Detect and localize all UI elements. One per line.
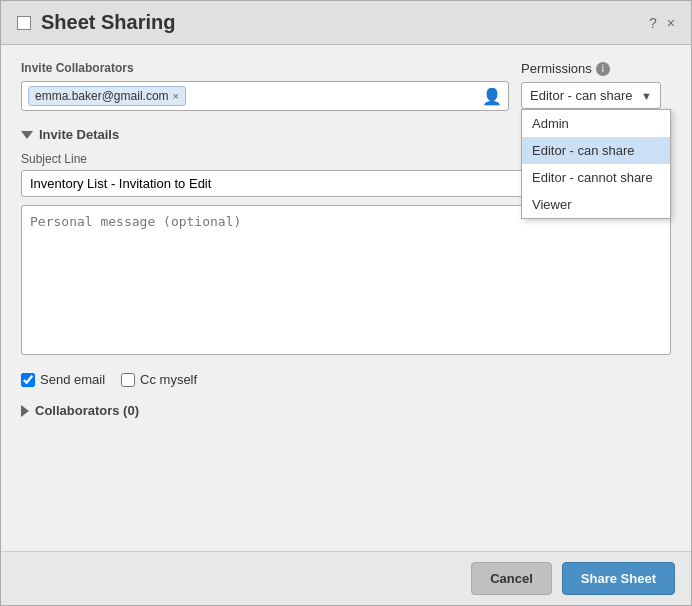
email-tag: emma.baker@gmail.com × [28,86,186,106]
close-icon[interactable]: × [667,15,675,31]
dropdown-item-admin[interactable]: Admin [522,110,670,137]
permissions-text: Permissions [521,61,592,76]
invite-collaborators-label: Invite Collaborators [21,61,509,75]
checkboxes-row: Send email Cc myself [21,372,671,387]
add-person-icon[interactable]: 👤 [482,87,502,106]
send-email-label: Send email [40,372,105,387]
collaborators-label: Collaborators (0) [35,403,139,418]
sheet-sharing-dialog: Sheet Sharing ? × Invite Collaborators e… [0,0,692,606]
invite-section: Invite Collaborators emma.baker@gmail.co… [21,61,509,111]
cancel-button[interactable]: Cancel [471,562,552,595]
collaborators-toggle-arrow [21,405,29,417]
title-bar: Sheet Sharing ? × [1,1,691,45]
dropdown-item-viewer[interactable]: Viewer [522,191,670,218]
dialog-title: Sheet Sharing [41,11,175,34]
dialog-body: Invite Collaborators emma.baker@gmail.co… [1,45,691,551]
share-sheet-button[interactable]: Share Sheet [562,562,675,595]
top-right-icons: ? × [649,15,675,31]
permissions-dropdown-arrow: ▼ [641,90,652,102]
invite-row: Invite Collaborators emma.baker@gmail.co… [21,61,671,111]
message-textarea[interactable] [21,205,671,355]
permissions-selected-value: Editor - can share [530,88,633,103]
cc-myself-checkbox-item[interactable]: Cc myself [121,372,197,387]
permissions-section: Permissions i Editor - can share ▼ Admin… [521,61,671,109]
send-email-checkbox-item[interactable]: Send email [21,372,105,387]
dropdown-item-editor-cannot-share[interactable]: Editor - cannot share [522,164,670,191]
dialog-footer: Cancel Share Sheet [1,551,691,605]
email-tag-remove[interactable]: × [173,90,179,102]
permissions-select-button[interactable]: Editor - can share ▼ [521,82,661,109]
info-icon[interactable]: i [596,62,610,76]
permissions-dropdown-menu: Admin Editor - can share Editor - cannot… [521,109,671,219]
permissions-label: Permissions i [521,61,671,76]
toggle-arrow-down [21,131,33,139]
title-checkbox[interactable] [17,16,31,30]
permissions-select-wrapper: Editor - can share ▼ Admin Editor - can … [521,82,671,109]
send-email-checkbox[interactable] [21,373,35,387]
cc-myself-checkbox[interactable] [121,373,135,387]
collaborators-toggle[interactable]: Collaborators (0) [21,403,671,418]
email-input-box[interactable]: emma.baker@gmail.com × 👤 [21,81,509,111]
help-icon[interactable]: ? [649,15,657,31]
cc-myself-label: Cc myself [140,372,197,387]
dropdown-item-editor-can-share[interactable]: Editor - can share [522,137,670,164]
invite-details-label: Invite Details [39,127,119,142]
email-tag-text: emma.baker@gmail.com [35,89,169,103]
